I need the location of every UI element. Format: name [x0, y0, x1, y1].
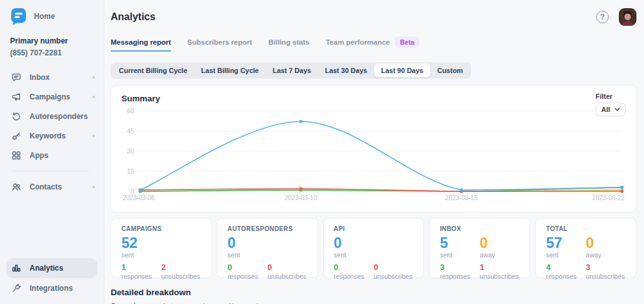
range-last-90-days[interactable]: Last 90 Days [374, 64, 430, 77]
primary-number-value: (855) 707-2281 [10, 48, 94, 57]
away-label: away [480, 251, 519, 259]
key-icon [11, 131, 21, 141]
svg-text:15: 15 [127, 168, 135, 175]
stat-title: AUTORESPONDERS [228, 225, 308, 232]
sidebar-item-contacts[interactable]: Contacts [0, 177, 104, 196]
svg-text:60: 60 [127, 108, 135, 115]
away-label: away [586, 251, 626, 259]
nav-dot [92, 76, 95, 79]
stat-title: TOTAL [546, 225, 626, 232]
unsubscribes-value: 1 [480, 263, 519, 272]
stat-title: API [334, 225, 414, 232]
responses-label: responses [228, 273, 267, 280]
nav-dot [92, 186, 95, 188]
main-content: Analytics ? Messaging report Subscribers… [104, 0, 644, 304]
stat-card-campaigns: CAMPAIGNS 52sent 1responses 2unsubscribe… [111, 218, 212, 278]
sent-label: sent [334, 251, 414, 259]
tab-messaging-report[interactable]: Messaging report [111, 38, 171, 52]
unsubscribes-value: 2 [161, 263, 201, 272]
svg-text:30: 30 [127, 148, 135, 155]
home-nav[interactable]: Home [0, 0, 104, 26]
sidebar-item-autoresponders[interactable]: Autoresponders [0, 106, 104, 126]
chevron-down-icon [614, 108, 620, 111]
sidebar-item-keywords[interactable]: Keywords [0, 126, 104, 145]
stat-title: INBOX [440, 225, 519, 232]
range-custom[interactable]: Custom [430, 64, 470, 77]
tab-subscribers-report[interactable]: Subscribers report [187, 38, 252, 52]
responses-label: responses [334, 273, 374, 280]
loop-arrow-icon [11, 111, 21, 121]
stat-card-total: TOTAL 57sent 0away 4responses 3unsubscri… [535, 218, 636, 278]
stat-card-api: API 0sent 0responses 0unsubscribes [323, 218, 425, 278]
svg-text:2023-03-06: 2023-03-06 [123, 194, 155, 201]
responses-value: 0 [228, 263, 267, 272]
away-value: 0 [586, 235, 626, 251]
tab-team-performance[interactable]: Team performance Beta [326, 37, 419, 53]
unsubscribes-label: unsubscribes [161, 273, 201, 280]
sidebar-item-analytics[interactable]: Analytics [6, 258, 97, 278]
summary-title: Summary [121, 94, 626, 103]
tab-label: Billing stats [269, 38, 309, 46]
away-value: 0 [480, 235, 519, 251]
summary-line-chart: 0153045602023-03-062023-03-102023-03-152… [121, 104, 626, 205]
primary-number-block: Primary number (855) 707-2281 [0, 26, 104, 57]
filter-label: Filter [596, 93, 626, 100]
stat-card-inbox: INBOX 5sent 0away 3responses 1unsubscrib… [429, 218, 530, 278]
tab-label: Subscribers report [187, 38, 252, 46]
filter-dropdown[interactable]: All [596, 103, 626, 116]
range-last-billing-cycle[interactable]: Last Billing Cycle [194, 64, 266, 77]
stat-title: CAMPAIGNS [121, 225, 201, 232]
svg-text:2023-03-10: 2023-03-10 [285, 194, 318, 201]
unsubscribes-label: unsubscribes [586, 273, 626, 280]
megaphone-icon [11, 92, 21, 102]
sidebar-nav: Inbox Campaigns Autoresponders Keywords … [0, 67, 104, 196]
nav-dot [92, 96, 95, 98]
range-last-7-days[interactable]: Last 7 Days [266, 64, 318, 77]
unsubscribes-label: unsubscribes [480, 273, 519, 280]
sent-label: sent [228, 251, 308, 259]
sidebar-item-label: Keywords [30, 132, 84, 140]
unsubscribes-label: unsubscribes [374, 273, 413, 280]
svg-text:2023-05-22: 2023-05-22 [592, 194, 625, 201]
range-last-30-days[interactable]: Last 30 Days [318, 64, 374, 77]
report-tabs: Messaging report Subscribers report Bill… [111, 37, 636, 53]
sidebar-item-label: Contacts [30, 183, 84, 191]
sidebar-item-apps[interactable]: Apps [0, 145, 104, 165]
responses-value: 4 [546, 263, 586, 272]
home-label: Home [34, 12, 55, 21]
sidebar-item-inbox[interactable]: Inbox [0, 67, 104, 87]
date-range-selector: Current Billing Cycle Last Billing Cycle… [111, 62, 471, 79]
sidebar-item-campaigns[interactable]: Campaigns [0, 87, 104, 106]
unsubscribes-value: 0 [374, 263, 413, 272]
unsubscribes-value: 3 [586, 263, 626, 272]
stats-row: CAMPAIGNS 52sent 1responses 2unsubscribe… [111, 218, 636, 278]
stat-card-autoresponders: AUTORESPONDERS 0sent 0responses 0unsubsc… [217, 218, 318, 278]
unsubscribes-label: unsubscribes [267, 273, 307, 280]
sidebar-item-label: Analytics [30, 264, 95, 273]
sidebar-bottom-nav: Analytics Integrations [0, 258, 104, 304]
tab-billing-stats[interactable]: Billing stats [269, 38, 309, 52]
breakdown-title: Detailed breakdown [111, 288, 636, 297]
responses-label: responses [440, 273, 479, 280]
sent-value: 5 [440, 235, 479, 251]
filter-value: All [601, 106, 610, 113]
sidebar: Home Primary number (855) 707-2281 Inbox… [0, 0, 104, 304]
responses-label: responses [121, 273, 161, 280]
plug-icon [11, 283, 21, 293]
sent-value: 52 [121, 235, 201, 251]
app-logo-icon [10, 8, 27, 26]
help-button[interactable]: ? [596, 11, 609, 23]
bar-chart-icon [11, 263, 21, 273]
sidebar-divider [11, 171, 90, 171]
summary-card: Summary Filter All 0153045602023-03-0620… [111, 85, 636, 213]
tab-label: Team performance [326, 38, 390, 46]
grid-icon [11, 150, 21, 160]
sidebar-item-label: Campaigns [30, 93, 84, 101]
question-mark-icon: ? [600, 13, 604, 21]
chat-bubble-icon [11, 72, 21, 82]
avatar-photo [619, 8, 636, 26]
responses-value: 0 [334, 263, 374, 272]
sidebar-item-integrations[interactable]: Integrations [0, 278, 104, 298]
range-current-billing-cycle[interactable]: Current Billing Cycle [112, 64, 194, 77]
user-avatar[interactable] [619, 8, 636, 26]
